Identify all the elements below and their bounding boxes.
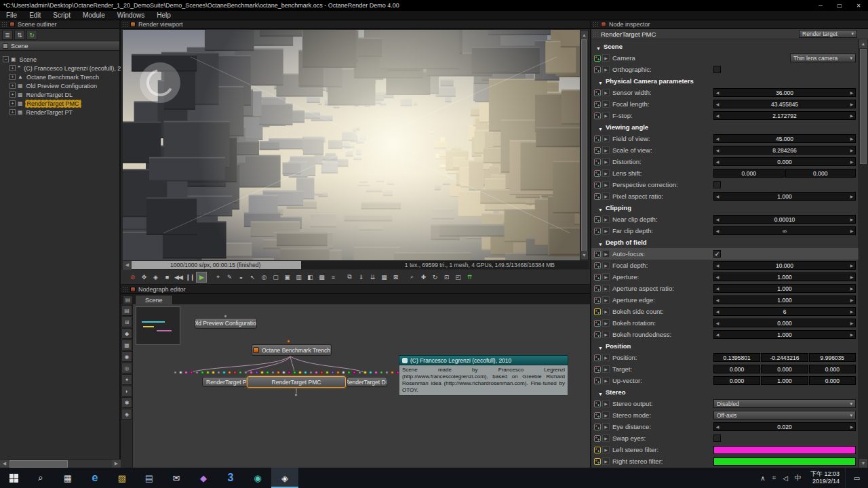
outliner-item-rendertarget-pt[interactable]: +▦RenderTarget PT [0,108,119,117]
expand-row-icon[interactable] [602,365,610,373]
panel-grip-icon[interactable] [122,22,128,28]
save-image-button[interactable]: ⇓ [355,272,366,283]
outliner-list-button[interactable]: ≣ [2,30,13,40]
expand-row-icon[interactable] [602,216,610,223]
outliner-item-rendertarget-pmc[interactable]: +▦RenderTarget PMC [0,99,119,108]
search-button[interactable]: ⌕ [27,468,54,488]
value-slider-sensor-width[interactable]: 36.000 [713,88,856,97]
color-swatch-left-stereo-filter[interactable] [713,446,856,454]
node-socket-icon[interactable] [594,182,601,188]
node-socket-icon[interactable] [594,216,601,223]
node-socket-icon[interactable] [594,285,601,292]
checkbox-swap-eyes[interactable] [713,434,721,442]
pinned-app-photos-button[interactable]: ◆ [190,468,217,488]
value-slider-focal-length[interactable]: 43.455845 [713,100,856,108]
decrement-arrow-icon[interactable] [714,263,721,268]
expand-row-icon[interactable] [602,434,610,442]
menu-edit[interactable]: Edit [23,11,47,20]
node-socket-icon[interactable] [594,159,601,165]
decrement-arrow-icon[interactable] [714,159,721,164]
expand-row-icon[interactable] [602,285,610,292]
zoom-tool-button[interactable]: ⌕ [406,272,417,283]
node-pin[interactable] [298,371,302,374]
fit-view-button[interactable]: ⊡ [441,272,452,283]
collapse-arrow-icon[interactable] [598,121,606,134]
pinned-app-3-button[interactable]: 3 [217,468,244,488]
node-pin[interactable] [282,371,285,374]
value-field[interactable]: 0.000 [713,376,760,385]
node-octane-benchmark-trench[interactable]: Octane Benchmark Trench [252,344,332,356]
pan-tool-button[interactable]: ✚ [418,272,429,283]
value-slider-scale-of-view[interactable]: 8.284266 [713,146,856,155]
value-slider-aperture-edge[interactable]: 1.000 [713,296,856,304]
material-picker-button[interactable]: ◒ [235,272,246,283]
outliner-item-c-francesco-legrenzi-cecofull-2010[interactable]: +❞(C) Francesco Legrenzi (cecofull), 201… [0,64,119,73]
fullscreen-button[interactable]: ◰ [452,272,463,283]
volume-icon[interactable]: ◁ [779,474,791,482]
ng-camera-icon[interactable]: ✦ [121,374,132,385]
node-socket-icon[interactable] [594,147,601,154]
decrement-arrow-icon[interactable] [714,228,721,233]
node-pin[interactable] [353,371,356,374]
collapse-arrow-icon[interactable] [598,386,606,399]
ng-environment-icon[interactable]: ◗ [121,386,132,396]
increment-arrow-icon[interactable] [848,274,855,279]
maximize-button[interactable]: ▢ [830,0,849,11]
expand-row-icon[interactable] [602,331,610,338]
value-field[interactable]: 1.000 [761,376,808,385]
value-slider-field-of-view[interactable]: 45.000 [713,134,856,143]
close-button[interactable]: ✕ [849,0,868,11]
node-pin[interactable] [244,371,248,374]
node-rendertarget-pmc[interactable]: RenderTarget PMC [247,376,346,388]
scene-outliner-header[interactable]: Scene outliner [0,20,119,29]
node-socket-icon[interactable] [594,320,601,327]
node-pin[interactable] [363,371,367,374]
network-icon[interactable]: ⌗ [769,474,780,482]
tray-expand-button[interactable]: ∧ [757,474,768,482]
tree-expander-icon[interactable]: + [9,65,16,71]
increment-arrow-icon[interactable] [848,263,855,268]
decrement-arrow-icon[interactable] [714,321,721,325]
node-pin[interactable] [201,371,204,374]
decrement-arrow-icon[interactable] [714,217,721,222]
ng-medium-icon[interactable]: ◎ [121,363,132,373]
expand-row-icon[interactable] [602,308,610,315]
lock-camera-button[interactable]: ⊠ [390,272,401,283]
node-socket-icon[interactable] [594,458,601,465]
menu-file[interactable]: File [0,11,23,20]
node-pin[interactable] [309,371,313,374]
menu-module[interactable]: Module [77,11,111,20]
node-socket-icon[interactable] [594,378,601,384]
node-socket-icon[interactable] [594,136,601,142]
value-field[interactable]: 0.000 [713,365,760,373]
taskbar-clock[interactable]: 下午 12:03 2019/2/14 [805,470,845,485]
ime-indicator[interactable]: 中 [791,473,805,483]
value-slider-bokeh-side-count[interactable]: 6 [713,307,856,316]
octane-app-button[interactable]: ◈ [271,468,298,488]
node-socket-icon[interactable] [594,55,601,62]
pinned-app-mail-button[interactable]: ✉ [163,468,190,488]
increment-arrow-icon[interactable] [848,217,855,222]
expand-row-icon[interactable] [602,112,610,119]
node-note[interactable]: (C) Francesco Legrenzi (cecofull), 2010 … [399,355,568,396]
scroll-thumb[interactable] [9,460,68,468]
node-pin[interactable] [391,371,394,374]
expand-row-icon[interactable] [602,296,610,304]
background-image-button[interactable]: ▦ [378,272,389,283]
expand-row-icon[interactable] [602,411,610,419]
value-slider-far-clip-depth[interactable]: ∞ [713,226,856,235]
panel-grip-icon[interactable] [593,22,599,28]
copy-image-button[interactable]: ⧉ [344,272,355,283]
decrement-arrow-icon[interactable] [714,136,721,141]
menu-script[interactable]: Script [47,11,77,20]
outliner-item-scene[interactable]: −▣Scene [0,55,119,64]
node-socket-icon[interactable] [594,274,601,281]
restart-render-button[interactable]: ◀◀ [173,272,184,283]
node-old-preview-configuration[interactable]: Old Preview Configuration [195,318,257,329]
color-swatch-right-stereo-filter[interactable] [713,458,856,466]
node-pin[interactable] [288,371,291,374]
ng-info-icon[interactable]: ◈ [121,409,132,420]
node-pin[interactable] [304,371,307,374]
expand-row-icon[interactable] [602,181,610,188]
scroll-right-button[interactable] [112,460,121,468]
